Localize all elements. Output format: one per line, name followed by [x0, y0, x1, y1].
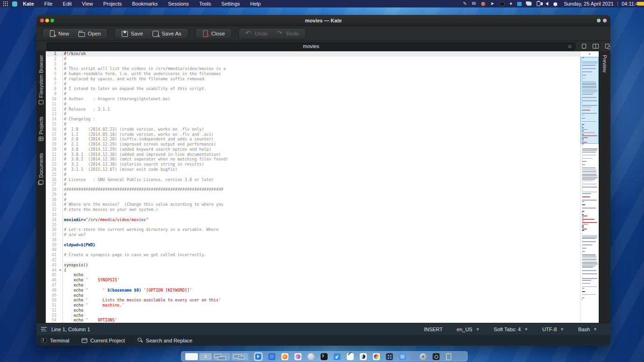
- disk-utility-icon[interactable]: [360, 353, 367, 360]
- status-highlighting[interactable]: Bash▼: [578, 327, 597, 332]
- menu-item-view[interactable]: View: [82, 1, 93, 7]
- menu-item-help[interactable]: Help: [250, 1, 261, 7]
- minimize-window-button[interactable]: [45, 19, 49, 22]
- vault-icon[interactable]: [527, 2, 532, 6]
- menu-item-edit[interactable]: Edit: [63, 1, 72, 7]
- close-window-button[interactable]: [40, 19, 44, 22]
- stacks-icon[interactable]: [420, 353, 427, 360]
- orb-icon[interactable]: [481, 2, 485, 6]
- save-as-button[interactable]: Save As: [148, 29, 185, 38]
- sidebar-item-documents[interactable]: Documents: [38, 153, 44, 184]
- menu-item-projects[interactable]: Projects: [103, 1, 122, 7]
- line-number: 3: [46, 62, 58, 67]
- minimap-viewport[interactable]: [581, 57, 599, 144]
- minimap-line: [582, 262, 597, 263]
- pager-windows-a[interactable]: [213, 353, 230, 360]
- status-mode[interactable]: INSERT: [424, 327, 442, 332]
- titlebar-right-button-1[interactable]: [597, 19, 601, 22]
- status-tab-width[interactable]: Soft Tabs: 4▼: [494, 327, 528, 332]
- line-number: 53: [46, 313, 58, 318]
- terminal-button[interactable]: Terminal: [41, 338, 70, 343]
- pager-windows-b[interactable]: [231, 353, 248, 360]
- maximize-window-button[interactable]: [50, 19, 54, 22]
- save-button[interactable]: Save: [118, 29, 147, 38]
- line-number: 46: [46, 278, 58, 283]
- brush-icon[interactable]: ✎: [463, 1, 467, 6]
- notes-icon[interactable]: [347, 353, 354, 360]
- menu-item-kate[interactable]: Kate: [23, 1, 34, 7]
- split-view-icon[interactable]: [593, 43, 599, 49]
- pager-desktop-2[interactable]: 2: [199, 353, 212, 360]
- current-project-button[interactable]: Current Project: [82, 338, 125, 343]
- open-button[interactable]: Open: [75, 29, 105, 38]
- titlebar[interactable]: movies — Kate: [36, 15, 610, 26]
- app-launcher-icon[interactable]: [3, 1, 8, 7]
- status-encoding[interactable]: UTF-8▼: [542, 327, 564, 332]
- pager-desktop-1[interactable]: [185, 353, 198, 360]
- tab-movies[interactable]: movies: [47, 42, 575, 50]
- kate-app-icon[interactable]: [12, 1, 17, 7]
- active-app-indicator[interactable]: [254, 352, 263, 361]
- system-sphere-icon[interactable]: [308, 353, 315, 360]
- app-store-icon[interactable]: [268, 353, 275, 360]
- minimap-line: [582, 248, 587, 249]
- minimap-line: [582, 222, 597, 223]
- mail-icon[interactable]: ✉: [472, 1, 476, 6]
- code-line: 47 echo: [46, 283, 580, 288]
- screenshot-icon[interactable]: [433, 353, 440, 360]
- clipboard-icon[interactable]: [537, 1, 540, 6]
- redo-button[interactable]: Redo: [273, 29, 303, 38]
- minimap-line: [582, 230, 584, 231]
- editor-view[interactable]: 1 #!/bin/sh2 #3 #4 # This script will li…: [46, 51, 580, 323]
- fold-marker[interactable]: ▼: [58, 268, 63, 273]
- code-line: 10 # Author : Aragorn (thorongil@telenet…: [46, 97, 580, 102]
- new-button[interactable]: New: [45, 29, 73, 38]
- minimap-scrollbar[interactable]: ▲: [580, 51, 599, 323]
- new-document-icon[interactable]: [581, 43, 587, 49]
- dock-apps: [268, 353, 451, 360]
- undo-button[interactable]: Undo: [242, 29, 272, 38]
- preview-document-icon[interactable]: [604, 43, 610, 49]
- code-line: 40: [46, 247, 580, 252]
- chevron-down-icon[interactable]: ▾: [510, 1, 512, 6]
- menu-item-sessions[interactable]: Sessions: [168, 1, 189, 7]
- sidebar-item-preview[interactable]: Preview: [602, 55, 608, 323]
- trash-icon[interactable]: [446, 353, 451, 360]
- browser-icon[interactable]: [281, 353, 288, 360]
- panel-edge-widget[interactable]: [637, 2, 644, 6]
- titlebar-right-button-2[interactable]: [603, 19, 607, 22]
- menu-item-bookmarks[interactable]: Bookmarks: [132, 1, 158, 7]
- minimap-line: [582, 261, 596, 262]
- document-modified-indicator[interactable]: [568, 45, 571, 48]
- fold-marker: [58, 117, 63, 122]
- sidebar-item-projects[interactable]: Projects: [38, 117, 44, 141]
- software-icon[interactable]: [399, 353, 406, 360]
- minimap-line: [582, 161, 587, 162]
- fold-marker: [58, 77, 63, 82]
- photos-icon[interactable]: [373, 353, 380, 360]
- clock[interactable]: Sunday, 25 April 2021 04:11:49: [564, 1, 641, 7]
- finder-icon[interactable]: [334, 353, 341, 360]
- menu-item-settings[interactable]: Settings: [221, 1, 240, 7]
- status-left: Line 1, Column 1: [41, 327, 90, 332]
- device-icon[interactable]: [517, 2, 522, 6]
- code-text: [63, 237, 66, 243]
- menu-item-tools[interactable]: Tools: [199, 1, 211, 7]
- music-icon[interactable]: [294, 353, 301, 360]
- fold-marker: [58, 303, 63, 308]
- terminal-icon[interactable]: [321, 353, 328, 360]
- fold-marker: [58, 258, 63, 263]
- volume-icon[interactable]: [546, 2, 548, 6]
- close-button[interactable]: Close: [198, 29, 229, 38]
- sidebar-item-filesystem-browser[interactable]: Filesystem Browser: [38, 55, 44, 104]
- dock: 2: [181, 351, 468, 362]
- menu-item-file[interactable]: File: [44, 1, 53, 7]
- bell-icon[interactable]: [553, 2, 557, 6]
- launchpad-icon[interactable]: [386, 353, 393, 360]
- search-and-replace-button[interactable]: Search and Replace: [137, 338, 193, 343]
- fold-marker: [58, 56, 63, 62]
- telegram-icon[interactable]: ➤: [490, 1, 494, 6]
- status-dictionary[interactable]: en_US▼: [457, 327, 480, 332]
- terminal-icon[interactable]: [499, 2, 504, 6]
- scrollbar-up-arrow[interactable]: ▲: [581, 51, 599, 56]
